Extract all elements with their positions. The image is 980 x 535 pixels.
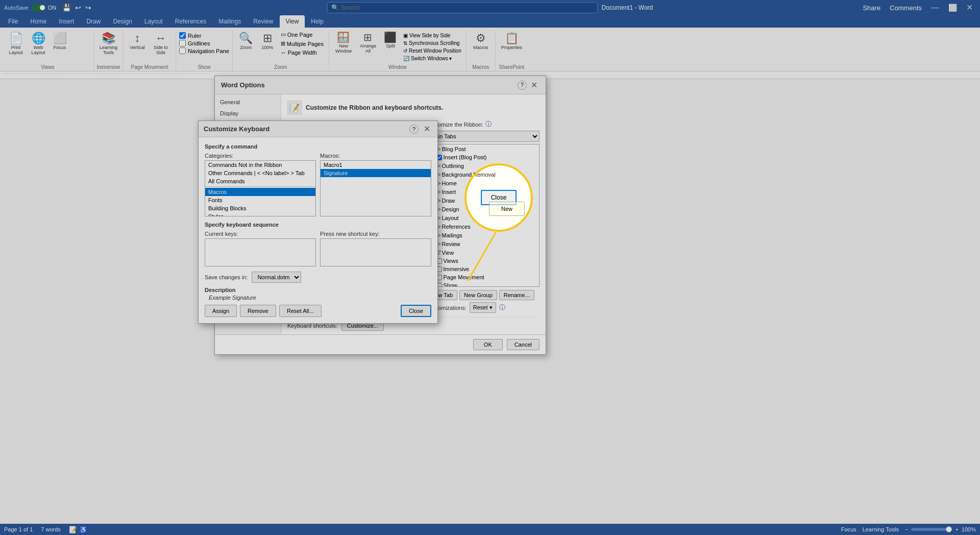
ckb-cat-not-in-ribbon[interactable]: Commands Not in the Ribbon [205,161,315,169]
tab-home[interactable]: Home [24,15,53,28]
word-options-ok-btn[interactable]: OK [473,339,503,350]
customize-ribbon-select[interactable]: Main Tabs [427,131,540,142]
multiple-pages-btn[interactable]: ⊞ Multiple Pages [279,39,326,48]
zoom-slider[interactable] [911,528,952,531]
ribbon-tree-item-home[interactable]: ▷ Home [427,179,540,187]
ckb-cat-all-commands[interactable]: All Commands [205,177,315,185]
zoom-btn[interactable]: 🔍 Zoom [236,30,256,52]
learning-tools-btn[interactable]: 📚 LearningTools [97,30,120,57]
gridlines-checkbox[interactable] [179,40,186,46]
ckb-reset-all-btn[interactable]: Reset All... [279,305,322,317]
zoom-level[interactable]: 100% [962,526,976,532]
ckb-new-shortcut-textarea[interactable] [320,238,431,266]
tab-mailings[interactable]: Mailings [212,15,247,28]
side-to-side-btn[interactable]: ↔ Side toSide [149,30,173,57]
synchronous-scrolling-btn[interactable]: ⇅ Synchronous Scrolling [402,40,463,46]
macros-btn[interactable]: ⚙ Macros [470,30,492,52]
zoom-in-icon[interactable]: + [955,526,958,532]
ckb-macros-listbox[interactable]: Macro1 Signature [320,160,431,216]
nav-pane-checkbox[interactable] [179,47,186,54]
one-page-btn[interactable]: ▭ One Page [279,30,326,39]
redo-button[interactable]: ↪ [84,3,92,13]
ribbon-tree-item-draw[interactable]: ▷ Draw [427,196,540,205]
ckb-macro-signature[interactable]: Signature [321,169,431,177]
undo-button[interactable]: ↩ [74,3,82,13]
view-side-by-side-btn[interactable]: ▣ View Side by Side [402,32,463,39]
ribbon-tree-item-review[interactable]: ▷ Review [427,239,540,248]
sidebar-item-display[interactable]: Display [215,108,281,119]
ribbon-tree-item-view[interactable]: ▽ View [427,248,540,257]
customize-ribbon-help-icon[interactable]: ⓘ [485,120,492,129]
ribbon-tree-item-design[interactable]: ▷ Design [427,205,540,213]
sidebar-item-general[interactable]: General [215,96,281,108]
tab-insert[interactable]: Insert [53,15,80,28]
print-layout-btn[interactable]: 📄 PrintLayout [5,30,27,57]
minimize-button[interactable]: — [928,0,942,15]
rename-btn[interactable]: Rename... [499,290,534,300]
ribbon-tree-item-mailings[interactable]: ▷ Mailings [427,231,540,239]
maximize-button[interactable]: ⬜ [945,0,960,15]
word-options-cancel-btn[interactable]: Cancel [507,339,540,350]
gridlines-checkbox-label[interactable]: Gridlines [179,40,229,46]
ruler-checkbox-label[interactable]: Ruler [179,32,229,39]
ribbon-tree-item-views[interactable]: Views [427,257,540,265]
tab-view[interactable]: View [280,15,305,28]
ribbon-tree-item-references[interactable]: ▷ References [427,222,540,231]
ribbon-tree-item-layout[interactable]: ▷ Layout [427,213,540,222]
ckb-save-select[interactable]: Normal.dotm [252,272,301,283]
ckb-close-btn-footer[interactable]: Close [401,305,431,317]
vertical-btn[interactable]: ↕ Vertical [127,30,148,52]
reset-window-pos-btn[interactable]: ↺ Reset Window Position [402,47,463,54]
ckb-cat-macros[interactable]: Macros [205,188,315,196]
ckb-close-btn-x[interactable]: ✕ [422,124,432,134]
ribbon-tree-item-insert-blog[interactable]: Insert (Blog Post) [427,153,540,161]
ckb-macro-macro1[interactable]: Macro1 [321,161,431,169]
focus-btn[interactable]: ⬜ Focus [50,30,69,52]
properties-btn[interactable]: 📋 Properties [499,30,525,52]
share-button[interactable]: Share [860,3,884,13]
ckb-cat-other-commands[interactable]: Other Commands | < <No label> > Tab [205,169,315,177]
search-input[interactable] [327,2,598,13]
ckb-help-btn[interactable]: ? [409,125,419,134]
ckb-cat-fonts[interactable]: Fonts [205,196,315,204]
tab-draw[interactable]: Draw [80,15,107,28]
word-options-help-btn[interactable]: ? [518,81,527,90]
tab-layout[interactable]: Layout [138,15,169,28]
close-window-button[interactable]: ✕ [963,0,976,15]
reset-dropdown-btn[interactable]: Reset ▾ [470,302,496,313]
ruler-checkbox[interactable] [179,32,186,39]
zoom-100-btn[interactable]: ⊞ 100% [258,30,277,52]
split-btn[interactable]: ⬛ Split [381,30,400,50]
ckb-categories-listbox[interactable]: Commands Not in the Ribbon Other Command… [205,160,316,216]
spelling-icon[interactable]: 📝 [69,526,77,533]
accessibility-icon[interactable]: ♿ [79,526,87,533]
page-width-btn[interactable]: ↔ Page Width [279,48,326,57]
zoom-slider-thumb[interactable] [946,526,952,532]
tab-help[interactable]: Help [305,15,330,28]
word-options-close-btn[interactable]: ✕ [529,80,540,90]
ribbon-tree-item-immersive[interactable]: Immersive [427,265,540,273]
tab-review[interactable]: Review [247,15,279,28]
comments-button[interactable]: Comments [887,3,925,13]
arrange-all-btn[interactable]: ⊞ ArrangeAll [357,30,379,55]
ckb-assign-btn[interactable]: Assign [205,305,237,317]
new-group-btn[interactable]: New Group [459,290,497,300]
ribbon-tree-item-blog-post[interactable]: ▷ Blog Post [427,144,540,153]
autosave-toggle[interactable] [31,4,46,11]
tab-design[interactable]: Design [107,15,138,28]
zoom-out-icon[interactable]: − [905,526,908,532]
ckb-cat-styles[interactable]: Styles [205,212,315,216]
ckb-cat-building-blocks[interactable]: Building Blocks [205,204,315,212]
ribbon-tree-item-outlining[interactable]: ▷ Outlining [427,161,540,170]
ribbon-tree[interactable]: ▷ Blog Post Insert (Blog Post) ▷ Outlini… [427,144,540,287]
new-window-btn[interactable]: 🪟 NewWindow [332,30,355,55]
ribbon-tree-item-page-move[interactable]: Page Movement [427,273,540,281]
ckb-current-keys-textarea[interactable] [205,238,316,266]
customizations-help-icon[interactable]: ⓘ [499,303,505,312]
tab-file[interactable]: File [2,15,24,28]
nav-pane-checkbox-label[interactable]: Navigation Pane [179,47,229,54]
ribbon-tree-item-insert[interactable]: ▷ Insert [427,187,540,196]
ribbon-tree-item-bg-removal[interactable]: ▷ Background Removal [427,170,540,179]
ribbon-tree-item-show[interactable]: Show [427,281,540,287]
web-layout-btn[interactable]: 🌐 WebLayout [28,30,49,57]
